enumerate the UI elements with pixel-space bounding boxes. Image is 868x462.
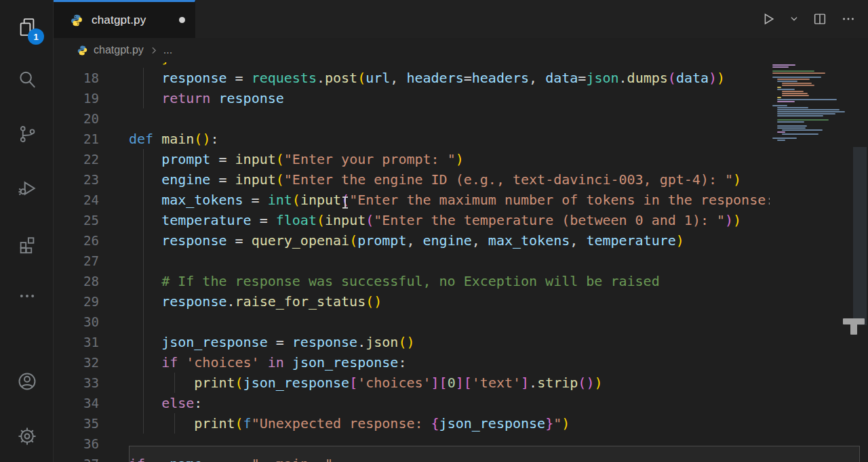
line-number: 28 <box>54 271 99 291</box>
minimap-line <box>770 103 852 104</box>
line-number: 26 <box>54 230 99 251</box>
breadcrumb-symbol[interactable]: ... <box>163 44 172 56</box>
text-cursor-icon <box>341 196 349 209</box>
minimap-line <box>777 127 806 129</box>
scrollbar-drag-handle[interactable] <box>843 318 865 336</box>
code-text: else: <box>99 393 202 413</box>
line-number: 33 <box>54 373 99 393</box>
minimap-line <box>777 140 785 141</box>
minimap-line <box>777 107 808 108</box>
code-line[interactable]: 23 engine = input("Enter the engine ID (… <box>54 169 770 190</box>
code-text: response = query_openai(prompt, engine, … <box>99 230 684 251</box>
split-editor-button[interactable] <box>812 12 827 26</box>
run-dropdown[interactable] <box>789 14 799 24</box>
line-number: 35 <box>54 413 99 434</box>
minimap-line <box>770 123 852 125</box>
code-line[interactable]: 17 } <box>54 62 770 68</box>
code-line[interactable]: 30 <box>54 312 770 332</box>
code-line[interactable]: 18 response = requests.post(url, headers… <box>54 68 770 88</box>
line-number: 29 <box>54 291 99 312</box>
code-line[interactable]: 35 print(f"Unexpected response: {json_re… <box>54 413 770 434</box>
account-icon <box>16 371 38 392</box>
code-line[interactable]: 27 <box>54 251 770 271</box>
modified-dot-icon[interactable] <box>179 17 185 23</box>
code-text: engine = input("Enter the engine ID (e.g… <box>99 169 741 190</box>
vertical-scrollbar[interactable] <box>852 62 868 462</box>
minimap-line <box>770 68 852 70</box>
tab-bar: chatgpt.py <box>54 0 868 38</box>
code-editor[interactable]: 17 }18 response = requests.post(url, hea… <box>54 62 868 462</box>
minimap-line <box>782 129 823 131</box>
tab-chatgpt-py[interactable]: chatgpt.py <box>54 0 195 38</box>
code-line[interactable]: 26 response = query_openai(prompt, engin… <box>54 230 770 251</box>
minimap-line <box>777 113 835 114</box>
code-line[interactable]: 34 else: <box>54 393 770 413</box>
python-icon <box>77 45 88 56</box>
ellipsis-icon <box>841 12 856 26</box>
minimap-line <box>777 81 797 82</box>
minimap-line <box>777 125 807 127</box>
code-line[interactable]: 33 print(json_response['choices'][0]['te… <box>54 373 770 393</box>
minimap-line <box>770 117 852 119</box>
sidebar-item-extensions[interactable] <box>0 222 54 266</box>
line-number: 21 <box>54 129 99 149</box>
horizontal-scrollbar-slider[interactable] <box>129 446 860 462</box>
code-line[interactable]: 25 temperature = float(input("Enter the … <box>54 210 770 230</box>
sidebar-item-run-debug[interactable] <box>0 167 54 210</box>
minimap-line <box>772 105 787 106</box>
code-text: response = requests.post(url, headers=he… <box>99 68 725 88</box>
breadcrumb-file[interactable]: chatgpt.py <box>94 44 144 56</box>
vertical-scrollbar-slider[interactable] <box>853 147 867 325</box>
indent-guide <box>174 373 175 393</box>
sidebar-item-search[interactable] <box>0 58 54 101</box>
code-line[interactable]: 29 response.raise_for_status() <box>54 291 770 312</box>
line-number: 20 <box>54 108 99 129</box>
code-line[interactable]: 20 <box>54 108 770 129</box>
code-area: 17 }18 response = requests.post(url, hea… <box>54 62 770 462</box>
code-line[interactable]: 24 max_tokens = int(input("Enter the max… <box>54 190 770 210</box>
code-text: } <box>99 62 170 68</box>
code-text <box>99 312 129 332</box>
sidebar-item-source-control[interactable] <box>0 112 54 156</box>
split-editor-icon <box>812 12 827 26</box>
code-text <box>99 251 129 271</box>
editor-group: chatgpt.py <box>54 0 868 462</box>
code-text: # If the response was successful, no Exc… <box>99 271 660 291</box>
minimap-line <box>777 87 781 88</box>
code-line[interactable]: 19 return response <box>54 88 770 108</box>
minimap-line <box>777 101 795 102</box>
line-number: 36 <box>54 434 99 454</box>
code-text: return response <box>99 88 284 108</box>
line-number: 27 <box>54 251 99 271</box>
code-text: json_response = response.json() <box>99 332 414 352</box>
line-number: 30 <box>54 312 99 332</box>
code-line[interactable]: 22 prompt = input("Enter your prompt: ") <box>54 149 770 169</box>
sidebar-item-explorer[interactable]: 1 <box>0 5 54 49</box>
code-text: max_tokens = int(input("Enter the maximu… <box>99 190 770 210</box>
minimap-line <box>782 95 809 96</box>
code-line[interactable]: 21def main(): <box>54 129 770 149</box>
editor-actions <box>761 0 856 38</box>
settings-button[interactable] <box>0 415 54 458</box>
code-text <box>99 434 129 454</box>
line-number: 17 <box>54 62 99 68</box>
code-text: def main(): <box>99 129 218 149</box>
minimap-line <box>777 121 804 123</box>
extensions-icon <box>17 234 37 254</box>
minimap-line <box>777 79 810 80</box>
more-actions-button[interactable] <box>841 12 856 26</box>
code-line[interactable]: 28 # If the response was successful, no … <box>54 271 770 291</box>
indent-guide <box>174 413 175 434</box>
sidebar-item-more-views[interactable] <box>0 274 54 318</box>
minimap-line <box>772 72 825 74</box>
play-icon <box>761 12 776 26</box>
minimap[interactable] <box>770 62 852 462</box>
account-button[interactable] <box>0 360 54 403</box>
code-viewport: 17 }18 response = requests.post(url, hea… <box>54 62 770 462</box>
minimap-line <box>770 135 852 137</box>
code-line[interactable]: 31 json_response = response.json() <box>54 332 770 352</box>
code-line[interactable]: 32 if 'choices' in json_response: <box>54 352 770 373</box>
line-number: 23 <box>54 169 99 190</box>
run-button[interactable] <box>761 12 776 26</box>
line-number: 18 <box>54 68 99 88</box>
